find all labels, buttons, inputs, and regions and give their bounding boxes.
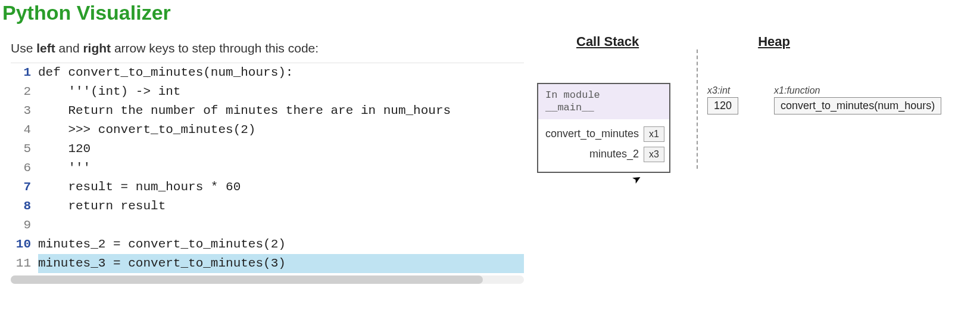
code-text: return result [38, 197, 524, 216]
heap-object: x3:int120 [707, 85, 738, 114]
instr-mid: and [55, 41, 83, 55]
heap-object-value[interactable]: convert_to_minutes(num_hours) [774, 97, 941, 114]
horizontal-scrollbar-thumb[interactable] [11, 275, 483, 284]
line-number: 10 [11, 235, 38, 254]
line-number: 9 [11, 216, 38, 235]
code-listing[interactable]: 1def convert_to_minutes(num_hours):2 '''… [11, 63, 524, 273]
instr-post: arrow keys to step through this code: [111, 41, 319, 55]
heap-object-label: x3:int [707, 85, 738, 96]
line-number: 7 [11, 178, 38, 197]
code-text: >>> convert_to_minutes(2) [38, 120, 524, 140]
heap-object-value[interactable]: 120 [707, 97, 738, 114]
line-number: 8 [11, 197, 38, 216]
code-line[interactable]: 10minutes_2 = convert_to_minutes(2) [11, 235, 524, 254]
mouse-cursor-icon: ➤ [630, 171, 644, 187]
line-number: 5 [11, 140, 38, 159]
code-text: result = num_hours * 60 [38, 178, 524, 197]
call-stack-header: Call Stack [576, 34, 639, 49]
runtime-headers: Call Stack Heap [524, 34, 980, 49]
code-line[interactable]: 11minutes_3 = convert_to_minutes(3) [11, 254, 524, 273]
runtime-row: In module __main__ convert_to_minutesx1m… [524, 83, 980, 173]
line-number: 1 [11, 63, 38, 82]
code-line[interactable]: 4 >>> convert_to_minutes(2) [11, 120, 524, 140]
stack-frame-title: In module __main__ [538, 84, 669, 119]
code-line[interactable]: 6 ''' [11, 159, 524, 178]
code-line[interactable]: 8 return result [11, 197, 524, 216]
stack-frame-main: In module __main__ convert_to_minutesx1m… [537, 83, 670, 173]
stack-heap-divider [697, 49, 698, 169]
heap-header: Heap [758, 34, 790, 49]
instr-right: right [83, 41, 111, 55]
stack-var-row: convert_to_minutesx1 [543, 124, 664, 144]
code-text: '''(int) -> int [38, 82, 524, 101]
code-text: minutes_2 = convert_to_minutes(2) [38, 235, 524, 254]
instr-left: left [36, 41, 55, 55]
main-layout: Use left and right arrow keys to step th… [0, 30, 980, 284]
code-line[interactable]: 9 [11, 216, 524, 235]
code-line[interactable]: 2 '''(int) -> int [11, 82, 524, 101]
stack-var-name: convert_to_minutes [545, 128, 639, 140]
line-number: 6 [11, 159, 38, 178]
code-line[interactable]: 1def convert_to_minutes(num_hours): [11, 63, 524, 82]
stack-var-ref[interactable]: x1 [644, 126, 664, 142]
line-number: 4 [11, 120, 38, 140]
line-number: 2 [11, 82, 38, 101]
code-panel: Use left and right arrow keys to step th… [0, 30, 524, 284]
page-title: Python Visualizer [0, 0, 980, 30]
code-line[interactable]: 3 Return the number of minutes there are… [11, 101, 524, 120]
stack-frame-body: convert_to_minutesx1minutes_2x3 [538, 119, 669, 172]
heap-object: x1:functionconvert_to_minutes(num_hours) [774, 85, 941, 114]
code-line[interactable]: 5 120 [11, 140, 524, 159]
heap-object-label: x1:function [774, 85, 941, 96]
runtime-panel: Call Stack Heap In module __main__ conve… [524, 30, 980, 173]
stack-var-row: minutes_2x3 [543, 144, 664, 165]
heap-area: x3:int120x1:functionconvert_to_minutes(n… [707, 83, 980, 114]
code-text: def convert_to_minutes(num_hours): [38, 63, 524, 82]
code-text: ''' [38, 159, 524, 178]
code-text: 120 [38, 140, 524, 159]
code-text [38, 216, 524, 235]
stack-var-ref[interactable]: x3 [644, 147, 664, 162]
code-text: minutes_3 = convert_to_minutes(3) [38, 254, 524, 273]
instructions-text: Use left and right arrow keys to step th… [11, 30, 524, 59]
horizontal-scrollbar[interactable] [11, 275, 524, 284]
code-text: Return the number of minutes there are i… [38, 101, 524, 120]
line-number: 3 [11, 101, 38, 120]
instr-pre: Use [11, 41, 36, 55]
code-line[interactable]: 7 result = num_hours * 60 [11, 178, 524, 197]
stack-var-name: minutes_2 [589, 148, 639, 160]
line-number: 11 [11, 254, 38, 273]
